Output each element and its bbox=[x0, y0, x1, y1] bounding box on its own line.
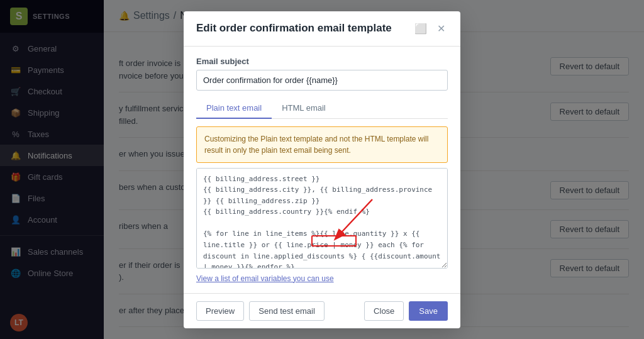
email-tabs: Plain text email HTML email bbox=[196, 98, 448, 119]
modal-overlay[interactable]: Edit order confirmation email template ⬜… bbox=[0, 0, 644, 339]
modal-close-button[interactable]: ✕ bbox=[435, 21, 448, 36]
send-test-button[interactable]: Send test email bbox=[249, 301, 325, 321]
footer-right: Close Save bbox=[364, 301, 448, 321]
modal-header: Edit order confirmation email template ⬜… bbox=[184, 11, 460, 47]
template-editor[interactable]: {{ billing_address.street }} {{ billing_… bbox=[196, 168, 448, 269]
tab-html[interactable]: HTML email bbox=[272, 98, 336, 119]
modal-body: Email subject Plain text email HTML emai… bbox=[184, 47, 460, 293]
modal-resize-button[interactable]: ⬜ bbox=[412, 21, 430, 36]
preview-button[interactable]: Preview bbox=[196, 301, 244, 321]
warning-banner: Customizing the Plain text template and … bbox=[196, 126, 448, 163]
variables-link[interactable]: View a list of email variables you can u… bbox=[196, 274, 334, 283]
modal-header-actions: ⬜ ✕ bbox=[412, 21, 448, 36]
modal-footer: Preview Send test email Close Save bbox=[184, 293, 460, 328]
footer-left: Preview Send test email bbox=[196, 301, 325, 321]
tab-plain-text[interactable]: Plain text email bbox=[196, 98, 272, 119]
email-subject-label: Email subject bbox=[196, 57, 448, 66]
close-button[interactable]: Close bbox=[364, 301, 404, 321]
save-button[interactable]: Save bbox=[409, 301, 448, 321]
modal: Edit order confirmation email template ⬜… bbox=[184, 11, 460, 328]
modal-title: Edit order confirmation email template bbox=[196, 22, 392, 35]
email-subject-input[interactable] bbox=[196, 70, 448, 91]
template-editor-container: {{ billing_address.street }} {{ billing_… bbox=[196, 168, 448, 270]
